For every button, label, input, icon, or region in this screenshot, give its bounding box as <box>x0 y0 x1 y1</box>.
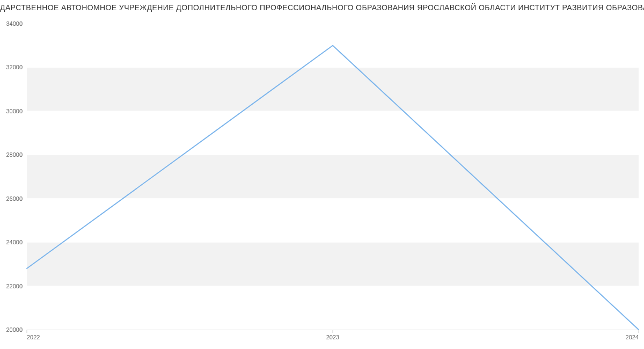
y-tick-label: 22000 <box>6 283 23 289</box>
x-tick-label: 2023 <box>326 334 339 340</box>
y-tick-label: 30000 <box>6 108 23 114</box>
y-tick-label: 32000 <box>6 64 23 70</box>
chart-title: ДАРСТВЕННОЕ АВТОНОМНОЕ УЧРЕЖДЕНИЕ ДОПОЛН… <box>0 3 644 12</box>
grid-band <box>27 155 639 198</box>
chart-svg: 2022202320242000022000240002600028000300… <box>0 0 644 349</box>
grid-band <box>27 67 639 111</box>
x-tick-label: 2024 <box>626 334 639 340</box>
y-tick-label: 34000 <box>6 20 23 27</box>
grid-band <box>27 242 639 286</box>
y-tick-label: 24000 <box>6 239 23 245</box>
y-tick-label: 28000 <box>6 151 23 158</box>
y-tick-label: 26000 <box>6 195 23 202</box>
y-tick-label: 20000 <box>6 326 23 333</box>
line-chart: ДАРСТВЕННОЕ АВТОНОМНОЕ УЧРЕЖДЕНИЕ ДОПОЛН… <box>0 0 644 349</box>
x-tick-label: 2022 <box>27 334 40 340</box>
